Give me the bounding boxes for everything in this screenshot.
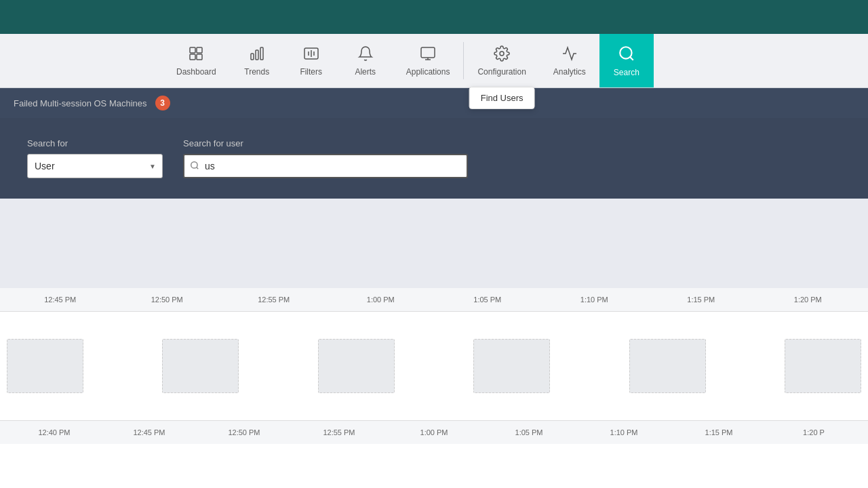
nav-label-dashboard: Dashboard (176, 67, 216, 77)
time-label-top-3: 1:00 PM (328, 296, 435, 304)
time-label-bot-7: 1:15 PM (671, 428, 766, 436)
chart-block-3 (241, 339, 316, 393)
time-labels-top: 12:45 PM 12:50 PM 12:55 PM 1:00 PM 1:05 … (0, 296, 868, 304)
configuration-dropdown[interactable]: Find Users (469, 87, 535, 109)
time-label-bot-4: 1:00 PM (387, 428, 481, 436)
nav-label-trends: Trends (244, 67, 269, 77)
nav-item-dashboard[interactable]: Dashboard (163, 34, 230, 87)
chart-block-5 (397, 339, 472, 393)
svg-rect-11 (421, 47, 435, 58)
chart-block-9 (708, 339, 783, 393)
chart-block-7 (552, 339, 627, 393)
svg-point-15 (620, 47, 631, 58)
time-labels-bottom: 12:40 PM 12:45 PM 12:50 PM 12:55 PM 1:00… (0, 428, 868, 436)
time-label-top-2: 12:55 PM (220, 296, 328, 304)
alerts-icon (357, 45, 374, 64)
search-input-wrapper (183, 154, 468, 178)
search-panel: Search for User Machine Session ▼ Search… (0, 118, 868, 199)
time-label-top-5: 1:10 PM (541, 296, 648, 304)
nav-label-configuration: Configuration (477, 67, 526, 77)
search-icon (618, 45, 635, 65)
nav-item-alerts[interactable]: Alerts (338, 34, 393, 87)
alert-badge: 3 (155, 96, 170, 110)
search-for-group: Search for User Machine Session ▼ (27, 138, 163, 178)
search-user-label: Search for user (183, 138, 468, 148)
svg-rect-4 (251, 54, 254, 60)
chart-block-6 (473, 339, 550, 393)
nav-items: Dashboard Trends Filters (163, 34, 868, 87)
time-label-bot-1: 12:45 PM (102, 428, 197, 436)
nav-item-configuration[interactable]: Configuration Find Users (464, 34, 539, 87)
chart-block-4 (318, 339, 395, 393)
time-label-bot-5: 1:05 PM (481, 428, 576, 436)
chart-block-0 (7, 339, 83, 393)
applications-icon (420, 45, 436, 64)
time-label-bot-6: 1:10 PM (576, 428, 671, 436)
chart-area (0, 312, 868, 420)
filters-icon (303, 45, 319, 64)
svg-rect-2 (190, 54, 195, 60)
time-label-bot-8: 1:20 P (766, 428, 861, 436)
timeline-area: 12:45 PM 12:50 PM 12:55 PM 1:00 PM 1:05 … (0, 288, 868, 488)
configuration-icon (494, 45, 510, 64)
svg-rect-3 (197, 54, 202, 60)
trends-icon (249, 45, 265, 64)
time-label-top-1: 12:50 PM (114, 296, 221, 304)
time-label-bot-3: 12:55 PM (292, 428, 387, 436)
search-select[interactable]: User Machine Session (27, 154, 163, 178)
search-text-input[interactable] (183, 154, 468, 178)
time-label-top-6: 1:15 PM (648, 296, 755, 304)
svg-line-18 (197, 167, 199, 169)
search-user-group: Search for user (183, 138, 468, 178)
nav-item-filters[interactable]: Filters (284, 34, 338, 87)
svg-rect-6 (260, 47, 263, 60)
top-bar (0, 0, 868, 34)
nav-label-search: Search (614, 68, 639, 77)
dashboard-icon (188, 45, 204, 64)
search-row: Search for User Machine Session ▼ Search… (27, 138, 841, 178)
analytics-icon (561, 45, 578, 64)
nav-item-trends[interactable]: Trends (230, 34, 284, 87)
svg-line-16 (630, 57, 633, 60)
time-label-top-7: 1:20 PM (755, 296, 862, 304)
content-area: Failed Multi-session OS Machines 3 Searc… (0, 88, 868, 488)
timeline-top: 12:45 PM 12:50 PM 12:55 PM 1:00 PM 1:05 … (0, 288, 868, 312)
svg-rect-0 (190, 47, 195, 53)
nav-item-search[interactable]: Search (599, 34, 654, 87)
alert-label: Failed Multi-session OS Machines (14, 98, 147, 108)
alert-bar: Failed Multi-session OS Machines 3 (0, 88, 868, 118)
nav-label-applications: Applications (406, 67, 450, 77)
time-label-bot-2: 12:50 PM (197, 428, 292, 436)
nav-label-analytics: Analytics (553, 67, 586, 77)
time-label-top-0: 12:45 PM (7, 296, 114, 304)
time-label-top-4: 1:05 PM (434, 296, 541, 304)
chart-block-2 (162, 339, 239, 393)
chart-block-10 (785, 339, 861, 393)
search-for-label: Search for (27, 138, 163, 148)
search-input-icon (190, 161, 199, 172)
svg-point-17 (191, 161, 197, 167)
chart-block-8 (629, 339, 706, 393)
nav-bar: Dashboard Trends Filters (0, 34, 868, 88)
svg-rect-5 (256, 50, 258, 60)
time-label-bot-0: 12:40 PM (7, 428, 102, 436)
nav-spacer (0, 34, 163, 87)
nav-item-analytics[interactable]: Analytics (540, 34, 599, 87)
nav-label-filters: Filters (300, 67, 322, 77)
timeline-bottom: 12:40 PM 12:45 PM 12:50 PM 12:55 PM 1:00… (0, 420, 868, 444)
nav-item-applications[interactable]: Applications (393, 34, 464, 87)
svg-rect-1 (197, 47, 202, 53)
search-select-wrapper: User Machine Session ▼ (27, 154, 163, 178)
chart-block-1 (85, 339, 161, 393)
nav-label-alerts: Alerts (355, 67, 376, 77)
svg-point-14 (500, 52, 504, 56)
